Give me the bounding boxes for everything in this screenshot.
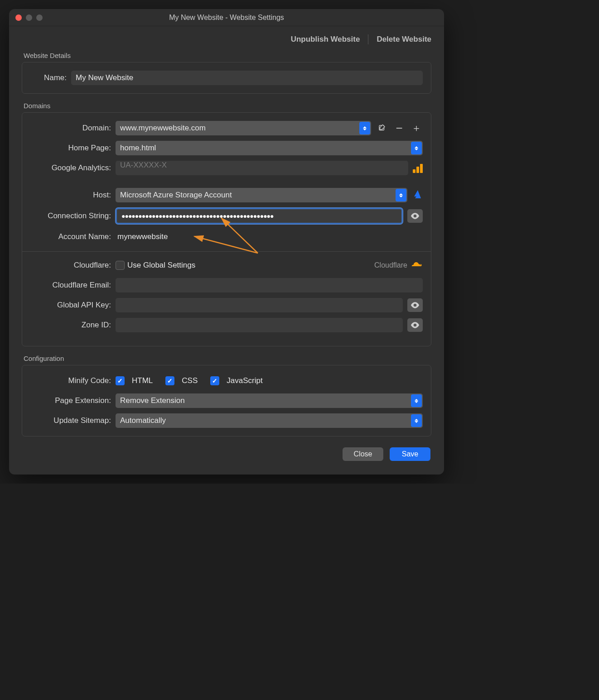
minimize-window-icon[interactable] [26,14,32,21]
homepage-select[interactable]: home.html [116,141,423,155]
domains-group: Domain: www.mynewwebsite.com − ＋ Home Pa… [22,112,431,346]
save-button[interactable]: Save [390,447,430,461]
traffic-lights [15,14,43,21]
azure-icon [412,189,423,202]
unpublish-website-button[interactable]: Unpublish Website [291,35,360,44]
sitemap-label: Update Sitemap: [30,416,116,425]
page-ext-label: Page Extension: [30,396,116,405]
cloudflare-brand: Cloudflare [374,260,423,270]
settings-window: My New Website - Website Settings Unpubl… [9,9,444,475]
cf-zone-label: Zone ID: [30,321,116,330]
edit-domain-icon[interactable] [376,122,388,134]
chevron-updown-icon [396,189,406,201]
divider [368,34,368,44]
website-details-group: Name: My New Website [22,62,431,94]
cf-email-label: Cloudflare Email: [30,281,116,290]
section-legend-domains: Domains [24,102,431,110]
reveal-api-icon[interactable] [407,298,423,312]
ga-label: Google Analytics: [30,163,116,173]
minify-js-label: JavaScript [227,376,262,385]
page-ext-select[interactable]: Remove Extension [116,393,423,408]
reveal-zone-icon[interactable] [407,318,423,332]
content: Unpublish Website Delete Website Website… [9,26,444,475]
cf-use-global-label: Use Global Settings [127,261,195,270]
section-legend-config: Configuration [24,355,431,362]
cf-api-label: Global API Key: [30,301,116,310]
remove-domain-icon[interactable]: − [393,122,406,134]
chevron-updown-icon [411,414,422,427]
domain-select[interactable]: www.mynewwebsite.com [116,121,371,135]
minify-label: Minify Code: [30,376,116,385]
host-select[interactable]: Microsoft Azure Storage Account [116,188,407,202]
minify-js-checkbox[interactable] [210,376,219,385]
reveal-connection-icon[interactable] [407,209,423,223]
cf-api-input[interactable] [116,298,403,312]
ga-input[interactable]: UA-XXXXX-X [116,161,408,175]
configuration-group: Minify Code: HTML CSS JavaScript Page Ex… [22,365,431,436]
homepage-label: Home Page: [30,144,116,153]
cloudflare-icon [411,260,423,270]
connection-string-input[interactable]: ●●●●●●●●●●●●●●●●●●●●●●●●●●●●●●●●●●●●●●●●… [116,208,403,224]
close-window-icon[interactable] [15,14,22,21]
titlebar: My New Website - Website Settings [9,9,444,26]
minify-css-label: CSS [182,376,198,385]
cf-label: Cloudflare: [30,261,116,270]
divider [22,251,431,252]
zoom-window-icon[interactable] [36,14,43,21]
minify-css-checkbox[interactable] [165,376,174,385]
chevron-updown-icon [411,394,422,407]
name-label: Name: [30,73,71,82]
sitemap-select[interactable]: Automatically [116,413,423,428]
delete-website-button[interactable]: Delete Website [377,35,431,44]
chevron-updown-icon [359,122,370,134]
window-title: My New Website - Website Settings [9,14,444,22]
host-label: Host: [30,191,116,200]
analytics-icon [413,163,423,173]
account-name-value: mynewwebsite [116,232,168,241]
section-legend-details: Website Details [24,52,431,59]
close-button[interactable]: Close [343,447,383,461]
minify-html-label: HTML [132,376,153,385]
acct-label: Account Name: [30,232,116,241]
cf-zone-input[interactable] [116,318,403,332]
top-actions: Unpublish Website Delete Website [22,34,431,44]
website-name-input[interactable]: My New Website [71,71,423,85]
footer: Close Save [22,445,431,464]
add-domain-icon[interactable]: ＋ [410,122,423,134]
conn-label: Connection String: [30,211,116,221]
domain-label: Domain: [30,124,116,133]
cf-email-input[interactable] [116,278,423,292]
minify-html-checkbox[interactable] [116,376,125,385]
cf-use-global-checkbox[interactable] [116,261,125,270]
chevron-updown-icon [411,142,422,154]
